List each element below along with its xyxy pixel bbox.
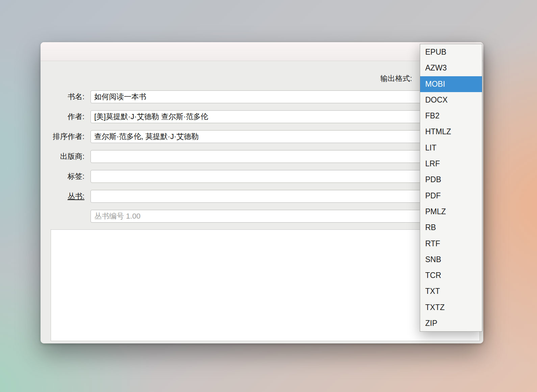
field-row-authors: 作者: [47,110,476,123]
output-format-dropdown: EPUB AZW3 MOBI DOCX FB2 HTMLZ LIT LRF PD… [420,44,482,332]
title-label: 书名: [47,92,84,102]
dropdown-item[interactable]: EPUB [420,44,482,60]
dropdown-item[interactable]: RB [420,220,482,235]
dropdown-item[interactable]: DOCX [420,92,482,108]
author-sort-input[interactable] [91,130,476,143]
dropdown-item[interactable]: LIT [420,140,482,156]
title-input[interactable] [91,90,476,103]
series-index-input[interactable] [91,210,476,223]
dropdown-item[interactable]: TXTZ [420,300,482,315]
publisher-input[interactable] [91,150,476,163]
dropdown-item[interactable]: MOBI [420,76,482,92]
author-sort-label: 排序作者: [47,132,84,142]
publisher-label: 出版商: [47,151,84,162]
dropdown-item[interactable]: PDB [420,172,482,188]
dropdown-item[interactable]: PDF [420,188,482,204]
series-label[interactable]: 丛书: [47,191,84,201]
field-row-author-sort: 排序作者: [47,130,476,143]
dropdown-item[interactable]: AZW3 [420,60,482,76]
dropdown-item[interactable]: SNB [420,252,482,268]
field-row-series-index [91,210,476,223]
tags-label: 标签: [47,171,84,181]
output-format-label: 输出格式: [331,74,412,84]
dropdown-item[interactable]: LRF [420,156,482,172]
tags-input[interactable] [91,170,476,183]
dropdown-item[interactable]: PMLZ [420,204,482,220]
authors-input[interactable] [91,110,476,123]
field-row-title: 书名: [47,90,476,103]
dropdown-item[interactable]: HTMLZ [420,124,482,140]
authors-label: 作者: [47,112,84,122]
comments-editor[interactable] [51,229,480,341]
dropdown-item[interactable]: RTF [420,236,482,252]
field-row-publisher: 出版商: [47,150,476,163]
dropdown-item[interactable]: TXT [420,283,482,299]
dropdown-item[interactable]: FB2 [420,108,482,124]
series-input[interactable] [91,190,476,203]
metadata-dialog: 输出格式: 书名: 作者: 排序作者: 出版商: 标签: 丛书: [41,42,483,343]
field-row-series: 丛书: [47,190,476,203]
window-titlebar[interactable] [41,42,483,61]
dropdown-item[interactable]: TCR [420,268,482,283]
dropdown-item[interactable]: ZIP [420,315,482,331]
field-row-tags: 标签: [47,170,476,183]
